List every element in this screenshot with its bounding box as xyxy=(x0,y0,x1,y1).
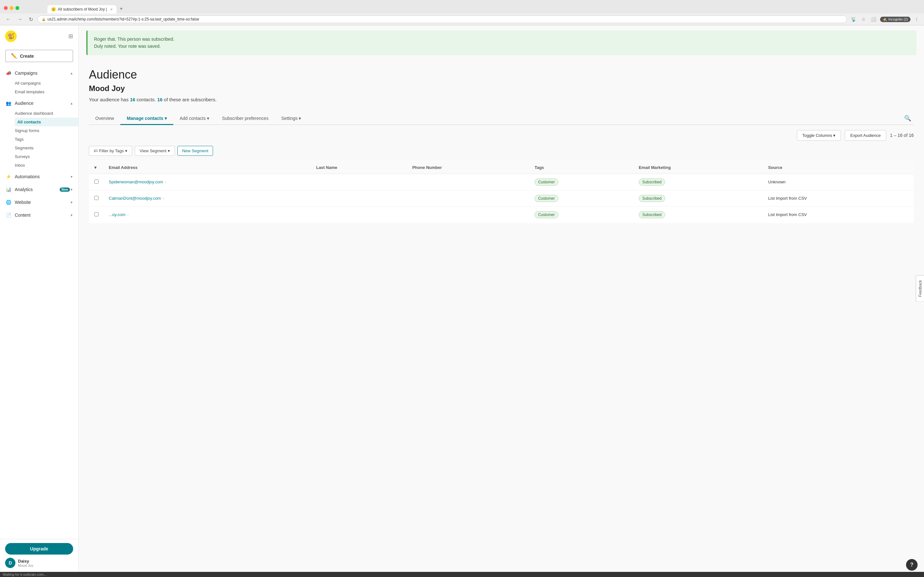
tab-add-contacts[interactable]: Add contacts ▾ xyxy=(173,113,216,125)
tab-overview[interactable]: Overview xyxy=(89,113,120,125)
help-button[interactable]: ? xyxy=(906,559,918,571)
menu-button[interactable]: ⋮ xyxy=(913,15,920,23)
forward-button[interactable]: → xyxy=(15,16,24,23)
sidebar-footer: Upgrade D Daisy Mood Joy xyxy=(0,539,78,572)
tags-column[interactable]: Tags xyxy=(529,161,634,174)
checkbox-input[interactable] xyxy=(94,196,99,200)
analytics-label: Analytics xyxy=(15,187,60,192)
table-row[interactable]: ...oy.com › Customer Subscribed List I xyxy=(89,206,914,223)
sidebar-item-audience[interactable]: 👥 Audience ▲ xyxy=(0,97,78,109)
search-button[interactable]: 🔍 xyxy=(901,113,914,124)
address-bar[interactable]: 🔒 us21.admin.mailchimp.com/lists/members… xyxy=(37,15,847,23)
sidebar-item-audience-dashboard[interactable]: Audience dashboard xyxy=(15,109,78,118)
nav-section-automations: ⚡ Automations ▼ xyxy=(0,171,78,182)
email-cell[interactable]: Spiderwoman@moodjoy.com › xyxy=(103,174,311,190)
close-window-button[interactable] xyxy=(4,6,8,10)
tab-title: All subscribers of Mood Joy | xyxy=(58,7,107,11)
table-header: ▾ Email Address Last Name Phone Number T xyxy=(89,161,914,174)
browser-tab[interactable]: 🐒 All subscribers of Mood Joy | ✕ xyxy=(47,5,116,13)
tags-cell: Customer xyxy=(529,206,634,223)
sidebar-item-signup-forms[interactable]: Signup forms xyxy=(15,126,78,135)
tag-value: Customer xyxy=(535,195,558,202)
feedback-tab[interactable]: Feedback xyxy=(916,276,924,302)
email-marketing-column[interactable]: Email Marketing xyxy=(634,161,763,174)
filter-tags-icon: 🏷 xyxy=(94,148,98,153)
table-row[interactable]: Spiderwoman@moodjoy.com › Customer Subsc… xyxy=(89,174,914,190)
chevron-down-icon: ▼ xyxy=(70,188,73,191)
new-tab-button[interactable]: + xyxy=(116,4,126,13)
tab-close-button[interactable]: ✕ xyxy=(110,8,113,11)
upgrade-button[interactable]: Upgrade xyxy=(5,543,73,554)
sidebar-item-tags[interactable]: Tags xyxy=(15,135,78,143)
checkbox-input[interactable] xyxy=(94,179,99,184)
sidebar-item-campaigns[interactable]: 📣 Campaigns ▲ xyxy=(0,67,78,79)
sidebar-item-all-campaigns[interactable]: All campaigns xyxy=(15,79,78,87)
avatar: D xyxy=(5,558,15,568)
sidebar-item-surveys[interactable]: Surveys xyxy=(15,152,78,161)
row-checkbox[interactable] xyxy=(89,206,104,223)
tab-settings[interactable]: Settings ▾ xyxy=(275,113,308,125)
sidebar-item-segments[interactable]: Segments xyxy=(15,143,78,152)
sidebar-item-email-templates[interactable]: Email templates xyxy=(15,87,78,96)
app-logo[interactable]: 🐒 xyxy=(5,31,17,42)
source-label: Source xyxy=(768,165,782,170)
url-text: us21.admin.mailchimp.com/lists/members?i… xyxy=(47,17,199,21)
minimize-window-button[interactable] xyxy=(10,6,13,10)
phone-number-column[interactable]: Phone Number xyxy=(407,161,529,174)
sidebar-item-all-contacts[interactable]: All contacts xyxy=(15,118,78,126)
sidebar-toggle-button[interactable]: ⊞ xyxy=(68,33,73,40)
source-cell: List Import from CSV xyxy=(763,190,913,206)
cast-button[interactable]: 📡 xyxy=(850,15,858,23)
back-button[interactable]: ← xyxy=(4,16,13,23)
email-cell[interactable]: CatmanDont@moodjoy.com › xyxy=(103,190,311,206)
bookmark-button[interactable]: ☆ xyxy=(860,15,867,23)
chevron-down-icon: ▾ xyxy=(207,116,209,121)
incognito-label: Incognito (2) xyxy=(888,17,908,21)
export-audience-button[interactable]: Export Audience xyxy=(845,130,886,141)
tag-value: Customer xyxy=(535,179,558,185)
filter-by-tags-button[interactable]: 🏷 Filter by Tags ▾ xyxy=(89,146,132,156)
campaigns-icon: 📣 xyxy=(5,70,11,76)
maximize-window-button[interactable] xyxy=(15,6,19,10)
email-address-column[interactable]: Email Address xyxy=(103,161,311,174)
analytics-new-badge: New xyxy=(60,187,70,192)
chevron-down-icon: ▾ xyxy=(125,148,128,153)
toolbar-row: Toggle Columns ▾ Export Audience 1 – 16 … xyxy=(89,130,914,141)
incognito-icon: 🕵 xyxy=(883,17,887,21)
email-cell[interactable]: ...oy.com › xyxy=(103,206,311,223)
chevron-down-icon: ▼ xyxy=(70,201,73,204)
tab-subscriber-preferences[interactable]: Subscriber preferences xyxy=(216,113,275,125)
last-name-column[interactable]: Last Name xyxy=(311,161,407,174)
table-body: Spiderwoman@moodjoy.com › Customer Subsc… xyxy=(89,174,914,223)
view-segment-button[interactable]: View Segment ▾ xyxy=(135,146,175,156)
table-row[interactable]: CatmanDont@moodjoy.com › Customer Subscr… xyxy=(89,190,914,206)
contacts-count: 16 xyxy=(130,97,136,102)
new-segment-button[interactable]: New Segment xyxy=(178,146,213,156)
row-checkbox[interactable] xyxy=(89,190,104,206)
sidebar-item-analytics[interactable]: 📊 Analytics New ▼ xyxy=(0,184,78,195)
toggle-columns-label: Toggle Columns xyxy=(803,133,832,138)
settings-label: Settings xyxy=(281,116,298,121)
create-button[interactable]: ✏️ Create xyxy=(5,50,73,62)
alert-line2: Duly noted. Your note was saved. xyxy=(94,43,910,50)
source-column[interactable]: Source xyxy=(763,161,913,174)
row-checkbox[interactable] xyxy=(89,174,104,190)
sidebar-item-automations[interactable]: ⚡ Automations ▼ xyxy=(0,171,78,182)
refresh-button[interactable]: ↻ xyxy=(27,16,35,23)
user-name: Daisy xyxy=(18,559,73,564)
sidebar-item-content[interactable]: 📄 Content ▼ xyxy=(0,210,78,221)
sidebar-item-website[interactable]: 🌐 Website ▼ xyxy=(0,197,78,208)
row-arrow-icon: › xyxy=(165,180,166,184)
traffic-lights xyxy=(4,6,19,10)
email-marketing-cell: Subscribed xyxy=(634,190,763,206)
toggle-columns-button[interactable]: Toggle Columns ▾ xyxy=(797,130,841,141)
split-view-button[interactable]: ⬜ xyxy=(869,15,877,23)
email-value: Spiderwoman@moodjoy.com xyxy=(109,179,163,184)
analytics-icon: 📊 xyxy=(5,186,11,193)
user-section: D Daisy Mood Joy xyxy=(5,554,73,568)
sidebar-item-inbox[interactable]: Inbox xyxy=(15,161,78,169)
tab-manage-contacts[interactable]: Manage contacts ▾ xyxy=(120,113,173,125)
app: 🐒 ⊞ ✏️ Create 📣 Campaigns ▲ All campaign… xyxy=(0,25,924,572)
checkbox-input[interactable] xyxy=(94,212,99,216)
audience-icon: 👥 xyxy=(5,100,11,106)
